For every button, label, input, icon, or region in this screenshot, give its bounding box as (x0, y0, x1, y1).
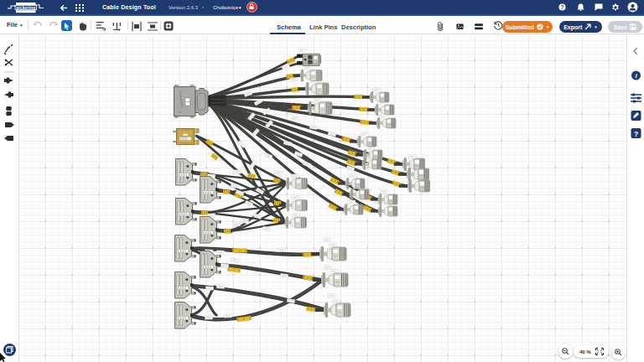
svg-text:pickering: pickering (16, 5, 35, 10)
svg-text:?: ? (561, 4, 564, 10)
svg-text:?: ? (634, 130, 638, 138)
svg-text:40 %: 40 % (579, 349, 591, 354)
